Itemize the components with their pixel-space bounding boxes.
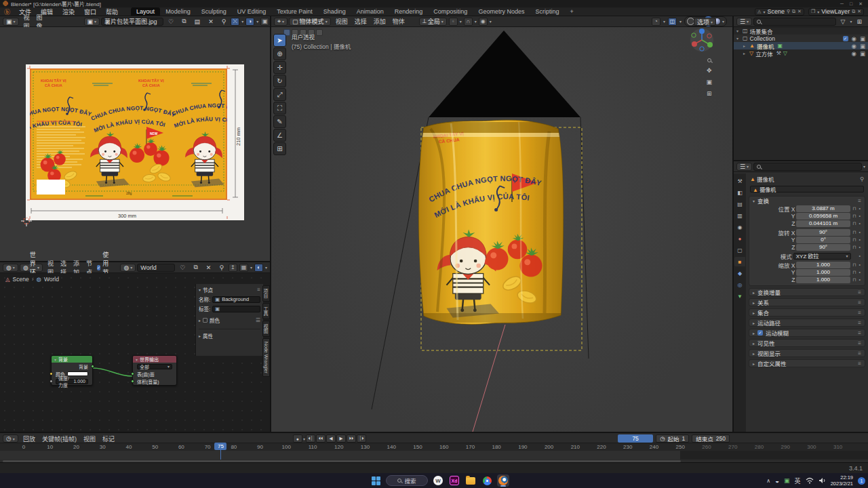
node-label-field[interactable]: ▣ <box>212 306 260 312</box>
chrome-icon[interactable] <box>481 474 493 487</box>
lock-icon[interactable]: ⊓ <box>852 230 858 235</box>
workspace-tab[interactable]: Rendering <box>389 7 429 16</box>
properties-tab[interactable]: ▤ <box>734 199 745 209</box>
overlay-toggle-icon[interactable]: ◐ <box>254 264 263 272</box>
snap-node-icon[interactable]: ▦ <box>239 264 248 272</box>
workspace-tab[interactable]: Texture Paint <box>271 7 318 16</box>
properties-tab[interactable]: ◆ <box>734 268 745 278</box>
node-name-field[interactable]: ▣Background <box>212 296 260 303</box>
new-image-icon[interactable]: ⧉ <box>178 18 189 25</box>
rotation-y-field[interactable]: 0° <box>796 237 850 243</box>
world-datablock-icon[interactable]: ◍▾ <box>120 264 136 272</box>
delta-transform-panel[interactable]: ▸变换增量≡ <box>749 288 865 296</box>
navigation-gizmo[interactable] <box>689 27 715 53</box>
jump-end-button[interactable]: ⏐⏵ <box>357 434 366 443</box>
node-panel-title[interactable]: 节点 <box>203 286 213 293</box>
strength-field[interactable]: 强度/力度1.000 <box>56 379 88 384</box>
filter-icon[interactable]: ▽ <box>837 18 849 25</box>
minimize-button[interactable]: ─ <box>840 1 844 7</box>
image-name-field[interactable]: 薯片包装平面图.jpg <box>101 18 163 26</box>
camera-data-icon[interactable]: ▣ <box>777 43 783 49</box>
surface-input-socket[interactable] <box>131 372 134 375</box>
lock-icon[interactable]: ⊓ <box>852 237 858 243</box>
collection-checkbox[interactable]: ✓ <box>843 36 848 41</box>
play-reverse-button[interactable]: ◀ <box>326 434 336 443</box>
workspace-tab[interactable]: Scripting <box>530 7 564 16</box>
properties-tab[interactable]: ◧ <box>734 188 745 197</box>
scale-y-field[interactable]: 1.000 <box>796 269 850 276</box>
playhead-badge[interactable]: 75 <box>214 443 226 450</box>
unlink-icon[interactable]: ✕ <box>797 9 802 14</box>
output-target-dropdown[interactable]: 全部▾ <box>137 364 172 369</box>
camera-cone[interactable] <box>429 30 580 117</box>
workspace-tab[interactable]: Shading <box>318 7 351 16</box>
properties-tab[interactable]: ● <box>734 234 745 243</box>
workspace-tab[interactable]: Sculpting <box>196 7 232 16</box>
volume-input-socket[interactable] <box>131 380 134 383</box>
properties-tab[interactable]: ▥ <box>734 211 745 220</box>
transform-panel-header[interactable]: ▾变换≡ <box>749 197 865 205</box>
collapsed-panel[interactable]: ▸ 可见性≡ <box>749 339 865 347</box>
timeline-menu[interactable]: 标记 <box>99 434 118 443</box>
gizmo-z-axis[interactable] <box>699 28 705 34</box>
menu-item[interactable]: 帮助 <box>101 7 123 16</box>
object-name-field[interactable]: ▲ 摄像机 <box>750 186 864 192</box>
hide-eye-icon[interactable]: ◉ <box>852 50 856 57</box>
pin-icon[interactable]: ⚲ <box>216 264 227 271</box>
wps-app-icon[interactable]: W <box>432 474 444 487</box>
pin-icon[interactable]: ⚲ <box>860 176 864 182</box>
workspace-tab[interactable]: + <box>564 7 578 16</box>
location-x-field[interactable]: 3.0887 m <box>796 205 850 212</box>
lock-icon[interactable]: ⊓ <box>852 214 858 219</box>
color-input-socket[interactable] <box>50 372 53 375</box>
frame-end-field[interactable]: 结束点250 <box>692 434 730 443</box>
render-visibility-icon[interactable]: ▣ <box>860 35 865 42</box>
rotation-mode-dropdown[interactable]: XYZ 欧拉▾ <box>793 253 851 260</box>
scene-selector[interactable]: ◬▾ Scene ⚲ ⧉ ✕ <box>755 8 804 16</box>
editor-type-image[interactable]: ▣▾ <box>3 18 19 26</box>
collapsed-panel[interactable]: ▸ 运动路径≡ <box>749 319 865 327</box>
wifi-icon[interactable] <box>806 477 814 484</box>
tray-chevron-icon[interactable]: ∧ <box>766 478 770 484</box>
outliner-search[interactable] <box>753 18 835 26</box>
use-nodes-checkbox[interactable]: ✓ <box>97 265 100 270</box>
open-image-icon[interactable]: ▤ <box>191 18 204 25</box>
gizmo-y-axis[interactable] <box>707 42 713 47</box>
collapsed-panel[interactable]: ▸ 关系≡ <box>749 298 865 306</box>
location-y-field[interactable]: 0.059658 m <box>796 213 850 220</box>
properties-search[interactable] <box>753 163 862 171</box>
workspace-tab[interactable]: Layout <box>131 7 160 16</box>
editor-type-properties[interactable]: ☰▾ <box>736 163 752 171</box>
properties-tab[interactable]: ▼ <box>734 291 745 301</box>
shader-type-dropdown[interactable]: ◍世界环境▾ <box>20 264 43 272</box>
auto-key-icon[interactable]: ● <box>293 434 302 443</box>
lock-icon[interactable]: ⊓ <box>852 270 858 275</box>
timeline-track[interactable] <box>0 451 868 460</box>
mesh-data-icon[interactable]: ▽ <box>783 50 787 56</box>
close-button[interactable]: ✕ <box>859 1 863 7</box>
timeline-menu[interactable]: 视图 <box>80 434 99 443</box>
node-canvas[interactable]: ◬ Scene› ◍ World ▾背景 背景 颜色 强度/力度1.000 <box>0 273 270 432</box>
new-collection-icon[interactable]: ⊞ <box>853 18 865 25</box>
editor-type-shader[interactable]: ◍▾ <box>3 264 18 272</box>
parent-node-tree-icon[interactable]: ↥ <box>229 264 237 272</box>
frame-start-field[interactable]: ◷ 起始1 <box>656 434 689 443</box>
workspace-tab[interactable]: Compositing <box>428 7 473 16</box>
pin-icon[interactable]: ⚲ <box>787 9 790 14</box>
workspace-tab[interactable]: Modeling <box>160 7 196 16</box>
workspace-tab[interactable]: Geometry Nodes <box>473 7 530 16</box>
steam-tray-icon[interactable]: ◒ <box>775 477 779 485</box>
viewport-options-dropdown[interactable]: 选项▾ <box>694 18 716 26</box>
properties-tab[interactable]: ■ <box>734 257 745 266</box>
prev-keyframe-button[interactable]: ⏴⏴ <box>316 434 326 443</box>
color-channel-icon[interactable]: ▣ <box>260 18 269 26</box>
sidebar-tab[interactable]: 项目 <box>262 285 270 302</box>
adobe-xd-icon[interactable]: Xd <box>448 474 460 487</box>
workspace-tab[interactable]: UV Editing <box>232 7 272 16</box>
workspace-tab[interactable]: Animation <box>351 7 389 16</box>
timeline-ruler[interactable]: 0102030405060708090100110120130140150160… <box>0 443 868 451</box>
fake-user-icon[interactable]: ♡ <box>176 264 189 271</box>
timeline-menu[interactable]: 回放 <box>20 434 39 443</box>
scale-x-field[interactable]: 1.000 <box>796 262 850 268</box>
attributes-panel-label[interactable]: 属性 <box>203 332 213 340</box>
